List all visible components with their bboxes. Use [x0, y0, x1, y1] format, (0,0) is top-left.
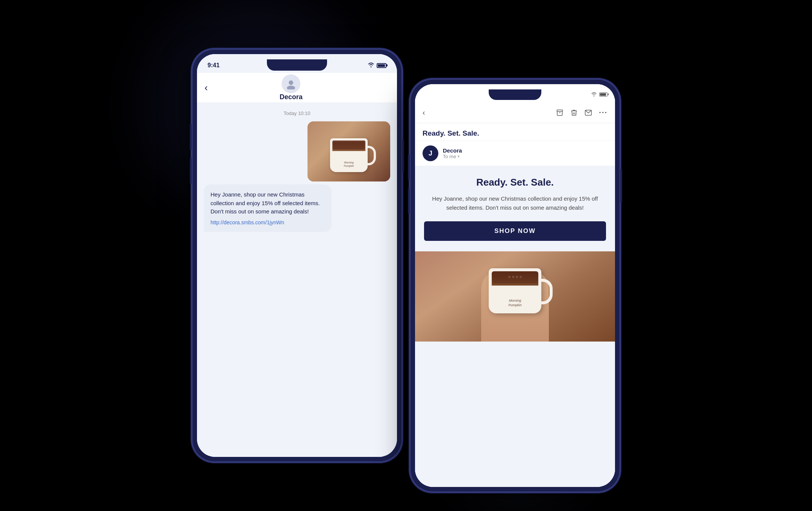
sender-name: Decora [443, 147, 462, 154]
vol-up-btn [190, 124, 192, 150]
sms-notch [267, 59, 327, 71]
phone-sms: 9:41 [192, 49, 402, 462]
mail-icon[interactable] [585, 109, 592, 116]
email-wifi-icon [591, 92, 597, 97]
scene: 9:41 [180, 30, 632, 481]
sms-screen-inner: 9:41 [197, 54, 397, 457]
sms-status-icons [368, 62, 386, 69]
wifi-icon [368, 62, 374, 69]
email-status-icons [591, 92, 607, 97]
sms-link[interactable]: http://decora.smbs.com/1jynWn [211, 219, 284, 225]
sms-time: 9:41 [208, 62, 220, 69]
sms-image-bubble: MorningPumpkin [308, 121, 390, 181]
sender-to: To me ▾ [443, 154, 462, 159]
sms-contact-name: Decora [280, 93, 303, 101]
sender-info: Decora To me ▾ [443, 147, 462, 159]
email-subject: Ready. Set. Sale. [423, 129, 607, 138]
email-card: Ready. Set. Sale. Hey Joanne, shop our n… [415, 166, 615, 251]
svg-point-0 [289, 80, 293, 85]
trash-icon[interactable] [570, 109, 578, 116]
sms-screen: 9:41 [197, 54, 397, 457]
svg-rect-2 [557, 110, 563, 111]
email-image-area: MorningPumpkin [415, 251, 615, 342]
email-nav-right: ··· [556, 108, 607, 117]
email-vol-down-btn [408, 188, 410, 214]
coffee-layer [492, 274, 538, 283]
email-vol-up-btn [408, 154, 410, 180]
coffee-image-sms: MorningPumpkin [308, 121, 390, 181]
email-body-text: Hey Joanne, shop our new Christmas colle… [424, 194, 606, 212]
email-subject-row: Ready. Set. Sale. [415, 123, 615, 141]
email-power-btn [620, 169, 622, 203]
more-icon[interactable]: ··· [599, 108, 607, 117]
sender-avatar: J [423, 145, 438, 161]
email-back-button[interactable]: ‹ [423, 108, 425, 117]
back-button[interactable]: ‹ [205, 82, 208, 94]
sms-body: Today 10:10 MorningPumpkin [197, 103, 397, 457]
contact-avatar [282, 74, 300, 93]
email-screen-inner: ‹ [415, 84, 615, 487]
email-battery-icon [599, 92, 607, 97]
phone-email: ‹ [410, 79, 620, 492]
email-header: ‹ [415, 102, 615, 123]
email-content: Ready. Set. Sale. Hey Joanne, shop our n… [415, 166, 615, 487]
archive-icon[interactable] [556, 109, 564, 116]
power-btn [402, 139, 404, 173]
email-screen: ‹ [415, 84, 615, 487]
svg-point-1 [287, 86, 295, 89]
email-sender-row: J Decora To me ▾ [415, 141, 615, 166]
chevron-down-icon[interactable]: ▾ [458, 154, 460, 159]
shop-now-button[interactable]: Shop Now [424, 221, 606, 241]
battery-icon [377, 63, 386, 68]
sms-timestamp: Today 10:10 [204, 110, 390, 116]
mug-text-email: MorningPumpkin [489, 299, 541, 307]
vol-down-btn [190, 158, 192, 184]
email-headline: Ready. Set. Sale. [424, 177, 606, 188]
coffee-mug-email: MorningPumpkin [489, 268, 541, 313]
sms-header: ‹ Decora [197, 73, 397, 103]
email-notch [489, 89, 541, 100]
sms-text-bubble: Hey Joanne, shop our new Christmas colle… [204, 184, 332, 232]
sms-message-text: Hey Joanne, shop our new Christmas colle… [211, 190, 325, 216]
